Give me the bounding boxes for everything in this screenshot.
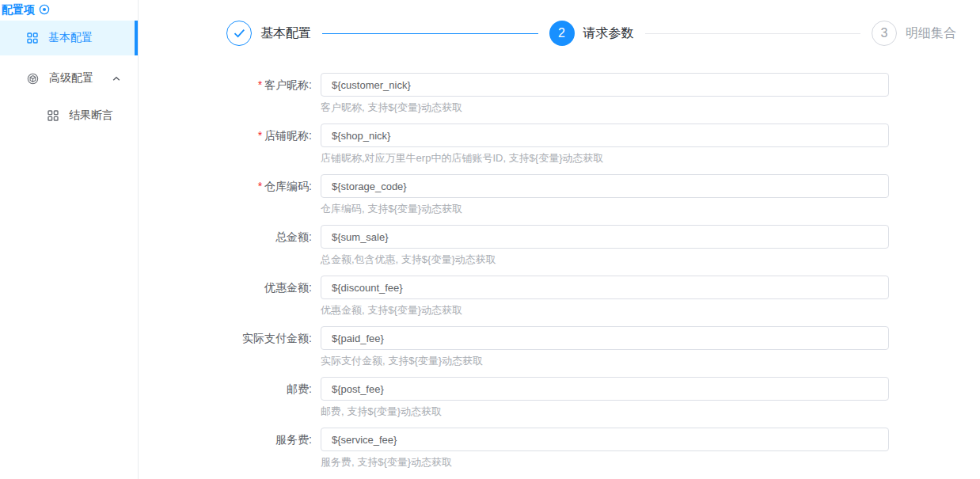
field-control: 服务费, 支持${变量}动态获取	[321, 428, 889, 469]
form-row: *服务费: 服务费, 支持${变量}动态获取	[139, 428, 980, 469]
form-field-input[interactable]	[321, 326, 889, 350]
config-sidebar: 配置项 基本配置 高级配置 结果断言	[0, 0, 139, 479]
sidebar-item-advanced-config[interactable]: 高级配置	[0, 61, 138, 96]
field-label-text: 仓库编码:	[264, 180, 312, 192]
step-basic-config[interactable]: 基本配置	[226, 21, 311, 46]
form-field-input[interactable]	[321, 225, 889, 249]
chevron-up-icon	[112, 76, 120, 82]
sidebar-item-basic-config[interactable]: 基本配置	[0, 21, 138, 55]
form-row: *仓库编码: 仓库编码, 支持${变量}动态获取	[139, 174, 980, 215]
sidebar-title-text: 配置项	[2, 3, 35, 17]
step-title: 明细集合	[906, 25, 956, 42]
form-row: *总金额: 总金额,包含优惠, 支持${变量}动态获取	[139, 225, 980, 266]
sidebar-item-label: 高级配置	[49, 71, 93, 86]
field-control: 优惠金额, 支持${变量}动态获取	[321, 276, 889, 317]
field-label-text: 实际支付金额:	[242, 332, 312, 344]
form-row: *邮费: 邮费, 支持${变量}动态获取	[139, 377, 980, 418]
field-label-text: 邮费:	[287, 382, 312, 395]
field-control: 仓库编码, 支持${变量}动态获取	[321, 174, 889, 215]
form-row: *店铺昵称: 店铺昵称,对应万里牛erp中的店铺账号ID, 支持${变量}动态获…	[139, 124, 980, 165]
grid-icon	[27, 32, 38, 44]
sidebar-title: 配置项	[0, 0, 138, 20]
form-field-input[interactable]	[321, 124, 889, 147]
field-label: *店铺昵称:	[139, 124, 321, 165]
field-hint: 邮费, 支持${变量}动态获取	[321, 405, 889, 418]
form-field-input[interactable]	[321, 377, 889, 401]
field-label: *邮费:	[139, 377, 321, 418]
form-row: *客户昵称: 客户昵称, 支持${变量}动态获取	[139, 73, 980, 114]
field-label: *总金额:	[139, 225, 321, 266]
form-row: *优惠金额: 优惠金额, 支持${变量}动态获取	[139, 276, 980, 317]
main-panel: 基本配置 2 请求参数 3 明细集合 *客户昵称: 客户昵称, 支持${变量}动…	[139, 0, 980, 479]
sidebar-item-label: 基本配置	[48, 31, 93, 45]
step-connector	[645, 33, 861, 34]
step-number: 3	[872, 21, 897, 46]
field-label: *客户昵称:	[139, 73, 321, 114]
field-label: *优惠金额:	[139, 276, 321, 317]
sidebar-item-result-assertion[interactable]: 结果断言	[0, 98, 138, 133]
field-control: 总金额,包含优惠, 支持${变量}动态获取	[321, 225, 889, 266]
form-field-input[interactable]	[321, 174, 889, 198]
field-hint: 客户昵称, 支持${变量}动态获取	[321, 101, 889, 114]
grid-icon	[47, 110, 59, 121]
request-params-form: *客户昵称: 客户昵称, 支持${变量}动态获取 *店铺昵称: 店铺昵称,对应万…	[139, 73, 980, 469]
step-check-icon	[226, 21, 252, 46]
step-number: 2	[549, 21, 575, 46]
field-label-text: 总金额:	[275, 230, 312, 243]
field-control: 邮费, 支持${变量}动态获取	[321, 377, 889, 418]
field-hint: 服务费, 支持${变量}动态获取	[321, 456, 889, 469]
sidebar-item-label: 结果断言	[69, 108, 113, 123]
field-hint: 店铺昵称,对应万里牛erp中的店铺账号ID, 支持${变量}动态获取	[321, 152, 889, 165]
field-label: *仓库编码:	[139, 174, 321, 215]
field-label: *实际支付金额:	[139, 326, 321, 367]
cube-icon	[27, 73, 39, 85]
field-control: 店铺昵称,对应万里牛erp中的店铺账号ID, 支持${变量}动态获取	[321, 124, 889, 165]
target-icon	[39, 4, 50, 17]
field-control: 客户昵称, 支持${变量}动态获取	[321, 73, 889, 114]
form-field-input[interactable]	[321, 73, 889, 97]
field-hint: 仓库编码, 支持${变量}动态获取	[321, 203, 889, 215]
field-hint: 实际支付金额, 支持${变量}动态获取	[321, 355, 889, 367]
step-connector	[322, 33, 538, 34]
field-label-text: 客户昵称:	[264, 78, 312, 91]
field-control: 实际支付金额, 支持${变量}动态获取	[321, 326, 889, 367]
form-row: *实际支付金额: 实际支付金额, 支持${变量}动态获取	[139, 326, 980, 367]
field-hint: 总金额,包含优惠, 支持${变量}动态获取	[321, 253, 889, 266]
step-detail-collection[interactable]: 3 明细集合	[872, 21, 956, 46]
required-asterisk: *	[258, 180, 262, 192]
field-label-text: 服务费:	[275, 433, 312, 446]
field-label-text: 优惠金额:	[264, 281, 312, 294]
field-label-text: 店铺昵称:	[264, 129, 312, 142]
form-field-input[interactable]	[321, 276, 889, 299]
step-title: 基本配置	[260, 25, 311, 42]
step-request-params[interactable]: 2 请求参数	[549, 21, 634, 46]
field-hint: 优惠金额, 支持${变量}动态获取	[321, 304, 889, 317]
field-label: *服务费:	[139, 428, 321, 469]
form-field-input[interactable]	[321, 428, 889, 451]
step-title: 请求参数	[583, 25, 634, 42]
required-asterisk: *	[258, 78, 262, 91]
required-asterisk: *	[258, 129, 262, 142]
sidebar-menu: 基本配置 高级配置 结果断言	[0, 21, 138, 133]
wizard-stepper: 基本配置 2 请求参数 3 明细集合	[139, 0, 980, 46]
